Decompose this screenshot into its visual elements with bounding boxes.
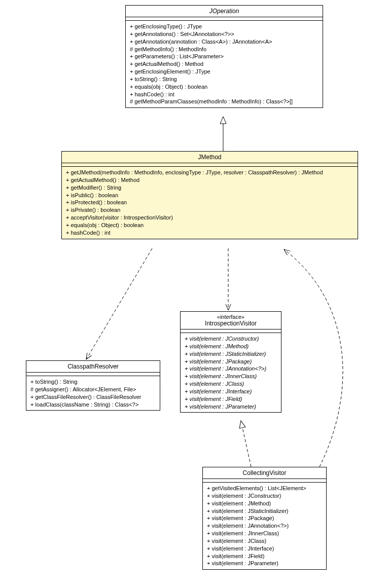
operation: + visit(element : JConstructor) xyxy=(207,492,322,500)
operation: + visit(element : JMethod) xyxy=(185,343,277,350)
operation: + equals(obj : Object) : boolean xyxy=(66,222,353,229)
operation: + toString() : String xyxy=(130,76,319,83)
class-attrs xyxy=(203,479,326,483)
class-ops: + getVisitedElements() : List<JElement>+… xyxy=(203,483,326,569)
class-title: «interface» IntrospectionVisitor xyxy=(181,312,281,329)
operation: + visit(element : JParameter) xyxy=(207,560,322,567)
operation: # getAssigner() : Allocator<JElement, Fi… xyxy=(30,386,156,393)
class-title: JOperation xyxy=(126,6,323,17)
class-attrs xyxy=(26,373,160,376)
operation: + acceptVisitor(visitor : IntrospectionV… xyxy=(66,214,353,222)
class-title: JMethod xyxy=(62,152,358,163)
operation: + visit(element : JMethod) xyxy=(207,500,322,507)
operation: + visit(element : JInnerClass) xyxy=(185,373,277,380)
operation: + visit(element : JConstructor) xyxy=(185,335,277,343)
operation: + equals(obj : Object) : boolean xyxy=(130,83,319,91)
class-classpathresolver: ClasspathResolver + toString() : String#… xyxy=(26,360,160,411)
operation: + getVisitedElements() : List<JElement> xyxy=(207,485,322,492)
class-joperation: JOperation + getEnclosingType() : JType+… xyxy=(125,5,323,108)
class-ops: + getEnclosingType() : JType+ getAnnotat… xyxy=(126,21,323,107)
operation: + getClassFileResolver() : ClassFileReso… xyxy=(30,393,156,401)
class-ops: + getJMethod(methodInfo : MethodInfo, en… xyxy=(62,167,358,239)
class-attrs xyxy=(181,329,281,333)
operation: + isProtected() : boolean xyxy=(66,199,353,206)
class-name: JMethod xyxy=(65,154,355,161)
operation: + visit(element : JInterface) xyxy=(207,545,322,553)
operation: + visit(element : JAnnotation<?>) xyxy=(185,365,277,373)
operation: + visit(element : JParameter) xyxy=(185,403,277,411)
operation: + isPrivate() : boolean xyxy=(66,206,353,214)
operation: # getMethodParamClasses(methodInfo : Met… xyxy=(130,98,319,105)
operation: + getJMethod(methodInfo : MethodInfo, en… xyxy=(66,169,353,176)
class-ops: + toString() : String# getAssigner() : A… xyxy=(26,376,160,410)
operation: + isPublic() : boolean xyxy=(66,192,353,199)
operation: + getActualMethod() : Method xyxy=(66,176,353,184)
operation: + visit(element : JInnerClass) xyxy=(207,530,322,537)
operation: + visit(element : JPackage) xyxy=(185,358,277,365)
class-attrs xyxy=(62,163,358,167)
operation: + getEnclosingElement() : JType xyxy=(130,68,319,76)
class-name: JOperation xyxy=(129,8,320,15)
class-jmethod: JMethod + getJMethod(methodInfo : Method… xyxy=(61,151,358,239)
operation: + visit(element : JClass) xyxy=(185,380,277,388)
class-attrs xyxy=(126,17,323,21)
class-stereotype: «interface» xyxy=(184,314,278,320)
operation: # getMethodInfo() : MethodInfo xyxy=(130,46,319,53)
operation: + visit(element : JPackage) xyxy=(207,514,322,522)
operation: + getParameters() : List<JParameter> xyxy=(130,53,319,60)
class-title: CollectingVisitor xyxy=(203,467,326,479)
operation: + getAnnotations() : Set<JAnnotation<?>> xyxy=(130,30,319,38)
operation: + getAnnotation(annotation : Class<A>) :… xyxy=(130,38,319,46)
operation: + hashCode() : int xyxy=(66,229,353,237)
operation: + visit(element : JField) xyxy=(185,395,277,403)
edge-collectingvisitor-introspectionvisitor xyxy=(241,421,251,467)
operation: + getModifier() : String xyxy=(66,184,353,192)
operation: + visit(element : JStaticInitializer) xyxy=(207,507,322,515)
operation: + visit(element : JStaticInitializer) xyxy=(185,350,277,358)
operation: + visit(element : JAnnotation<?>) xyxy=(207,522,322,530)
class-name: IntrospectionVisitor xyxy=(184,320,278,327)
operation: + visit(element : JField) xyxy=(207,553,322,560)
class-title: ClasspathResolver xyxy=(26,361,160,373)
class-collectingvisitor: CollectingVisitor + getVisitedElements()… xyxy=(202,467,327,570)
operation: + toString() : String xyxy=(30,378,156,386)
edge-jmethod-classpathresolver xyxy=(86,248,152,359)
operation: + getActualMethod() : Method xyxy=(130,60,319,68)
class-introspectionvisitor: «interface» IntrospectionVisitor + visit… xyxy=(180,311,281,413)
operation: + visit(element : JClass) xyxy=(207,537,322,545)
operation: + loadClass(className : String) : Class<… xyxy=(30,401,156,409)
class-ops: + visit(element : JConstructor)+ visit(e… xyxy=(181,333,281,412)
edge-collectingvisitor-jmethod xyxy=(284,249,343,467)
operation: + visit(element : JInterface) xyxy=(185,388,277,395)
operation: + getEnclosingType() : JType xyxy=(130,23,319,30)
class-name: ClasspathResolver xyxy=(29,363,157,370)
operation: + hashCode() : int xyxy=(130,91,319,98)
class-name: CollectingVisitor xyxy=(206,469,323,476)
